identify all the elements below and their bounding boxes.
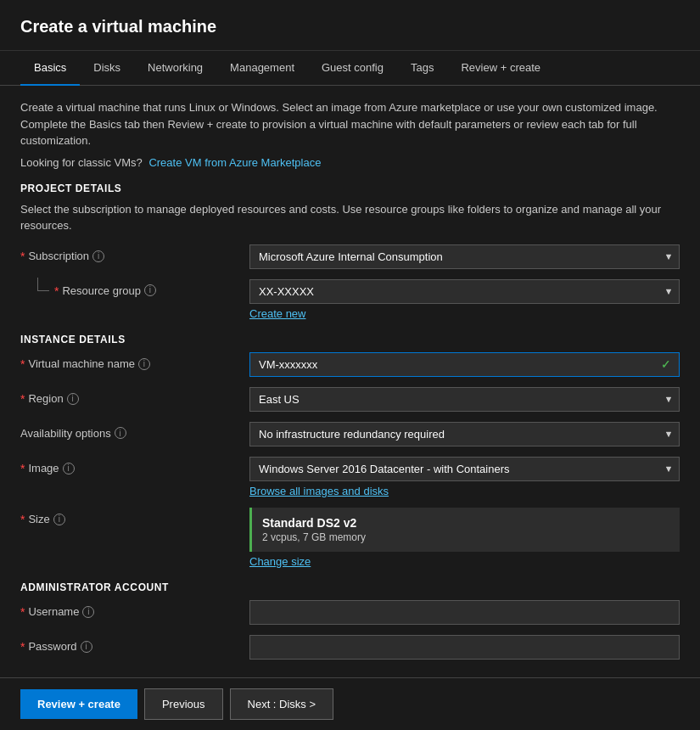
browse-images-link[interactable]: Browse all images and disks	[249, 485, 389, 497]
region-required: *	[20, 392, 25, 406]
username-info-icon[interactable]: i	[82, 606, 94, 618]
size-row: * Size i Standard DS2 v2 2 vcpus, 7 GB m…	[20, 508, 680, 568]
subscription-info-icon[interactable]: i	[92, 250, 104, 262]
image-dropdown-wrapper: Windows Server 2016 Datacenter - with Co…	[249, 457, 680, 481]
password-info-icon[interactable]: i	[81, 641, 92, 653]
size-field: Standard DS2 v2 2 vcpus, 7 GB memory Cha…	[249, 508, 680, 568]
username-field	[249, 600, 680, 625]
vm-name-label: * Virtual machine name i	[20, 352, 249, 371]
previous-button[interactable]: Previous	[144, 688, 223, 720]
size-detail: 2 vcpus, 7 GB memory	[262, 531, 669, 543]
resource-group-row: * Resource group i XX-XXXXX ▾ Create new	[20, 279, 680, 320]
region-label: * Region i	[20, 387, 249, 406]
vm-name-check-icon: ✓	[661, 357, 671, 371]
subscription-dropdown[interactable]: Microsoft Azure Internal Consumption	[249, 244, 680, 269]
review-create-button[interactable]: Review + create	[20, 689, 137, 719]
project-details-section-title: PROJECT DETAILS	[20, 182, 680, 194]
availability-label: Availability options i	[20, 422, 249, 440]
region-field: East US East US 2 West US West Europe ▾	[249, 387, 680, 412]
resource-group-field: XX-XXXXX ▾ Create new	[249, 279, 680, 320]
tab-management[interactable]: Management	[216, 51, 308, 86]
region-info-icon[interactable]: i	[67, 393, 79, 405]
tab-disks[interactable]: Disks	[80, 51, 134, 86]
classic-vm-link[interactable]: Create VM from Azure Marketplace	[148, 156, 321, 169]
size-label: * Size i	[20, 508, 249, 526]
create-new-link[interactable]: Create new	[249, 307, 305, 320]
vm-name-input[interactable]	[249, 352, 680, 377]
page-header: Create a virtual machine	[0, 0, 700, 51]
next-disks-button[interactable]: Next : Disks >	[230, 688, 334, 720]
size-required: *	[20, 513, 25, 526]
page-container: Create a virtual machine Basics Disks Ne…	[0, 0, 700, 730]
availability-row: Availability options i No infrastructure…	[20, 422, 680, 446]
vm-name-row: * Virtual machine name i ✓	[20, 352, 680, 377]
tab-basics[interactable]: Basics	[20, 51, 80, 86]
availability-info-icon[interactable]: i	[115, 427, 126, 439]
vm-name-info-icon[interactable]: i	[138, 358, 150, 370]
username-required: *	[20, 605, 25, 619]
resource-group-info-icon[interactable]: i	[144, 284, 156, 296]
username-input[interactable]	[249, 600, 680, 625]
username-label: * Username i	[20, 600, 249, 619]
image-required: *	[20, 462, 25, 475]
size-info-box: Standard DS2 v2 2 vcpus, 7 GB memory	[249, 508, 680, 552]
tabs-container: Basics Disks Networking Management Guest…	[0, 51, 700, 86]
availability-dropdown[interactable]: No infrastructure redundancy required Av…	[249, 422, 680, 446]
size-info-icon[interactable]: i	[53, 514, 65, 525]
username-row: * Username i	[20, 600, 680, 625]
image-row: * Image i Windows Server 2016 Datacenter…	[20, 457, 680, 497]
region-row: * Region i East US East US 2 West US Wes…	[20, 387, 680, 412]
admin-account-section-title: ADMINISTRATOR ACCOUNT	[20, 581, 680, 593]
subscription-required: *	[20, 250, 25, 263]
tab-tags[interactable]: Tags	[397, 51, 447, 86]
size-name: Standard DS2 v2	[262, 516, 669, 530]
region-dropdown[interactable]: East US East US 2 West US West Europe	[249, 387, 680, 412]
resource-group-dropdown[interactable]: XX-XXXXX	[249, 279, 680, 304]
subscription-row: * Subscription i Microsoft Azure Interna…	[20, 244, 680, 269]
instance-details-section-title: INSTANCE DETAILS	[20, 334, 680, 345]
footer: Review + create Previous Next : Disks >	[0, 677, 700, 730]
classic-vm-line: Looking for classic VMs? Create VM from …	[20, 156, 680, 169]
password-required: *	[20, 640, 25, 654]
image-dropdown[interactable]: Windows Server 2016 Datacenter - with Co…	[249, 457, 680, 481]
subscription-field: Microsoft Azure Internal Consumption ▾	[249, 244, 680, 269]
indent-connector	[37, 278, 49, 291]
main-content: Create a virtual machine that runs Linux…	[0, 86, 700, 730]
resource-group-label: * Resource group i	[20, 279, 249, 298]
password-label: * Password i	[20, 635, 249, 654]
availability-field: No infrastructure redundancy required Av…	[249, 422, 680, 446]
tab-networking[interactable]: Networking	[134, 51, 216, 86]
image-field: Windows Server 2016 Datacenter - with Co…	[249, 457, 680, 497]
page-title: Create a virtual machine	[20, 17, 680, 36]
resource-group-dropdown-wrapper: XX-XXXXX ▾	[249, 279, 680, 304]
vm-name-required: *	[20, 357, 25, 371]
tab-guest-config[interactable]: Guest config	[308, 51, 397, 86]
vm-name-field: ✓	[249, 352, 680, 377]
description-text: Create a virtual machine that runs Linux…	[20, 99, 680, 149]
password-row: * Password i	[20, 635, 680, 660]
change-size-link[interactable]: Change size	[249, 555, 311, 568]
project-details-description: Select the subscription to manage deploy…	[20, 201, 680, 234]
rg-required: *	[54, 284, 59, 298]
password-field	[249, 635, 680, 660]
tab-review-create[interactable]: Review + create	[447, 51, 554, 86]
image-info-icon[interactable]: i	[63, 463, 75, 474]
password-input[interactable]	[249, 635, 680, 660]
subscription-label: * Subscription i	[20, 244, 249, 263]
image-label: * Image i	[20, 457, 249, 475]
